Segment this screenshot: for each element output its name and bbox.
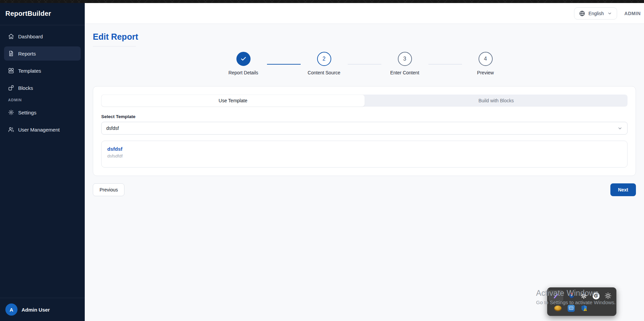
sidebar-item-label: User Management	[18, 127, 60, 133]
blocks-icon	[8, 85, 14, 91]
step-label: Preview	[477, 70, 494, 75]
sidebar-user-panel[interactable]: A Admin User	[0, 298, 85, 321]
app-logo: ReportBuilder	[0, 3, 85, 25]
step-indicator: 4	[479, 52, 493, 66]
grammarly-letter: G	[593, 292, 600, 299]
system-tray-flyout: G	[547, 287, 616, 316]
tab-build-with-blocks[interactable]: Build with Blocks	[365, 95, 628, 107]
main-area: English ADMIN Edit Report Report Deta	[85, 3, 644, 321]
topbar: English ADMIN	[85, 3, 644, 24]
tray-icon-hover-highlight	[548, 290, 563, 301]
template-description: dsfsdfdf	[107, 153, 621, 158]
home-icon	[8, 33, 14, 39]
layout-icon	[8, 68, 14, 74]
document-icon	[8, 50, 14, 57]
tab-use-template[interactable]: Use Template	[101, 95, 365, 107]
graphics-app-icon[interactable]	[567, 305, 575, 312]
content-source-card: Use Template Build with Blocks Select Te…	[93, 86, 636, 176]
previous-button[interactable]: Previous	[93, 183, 124, 196]
sidebar-item-user-management[interactable]: User Management	[4, 122, 81, 137]
step-connector	[428, 64, 462, 65]
sidebar-item-label: Settings	[18, 110, 36, 115]
source-tabs: Use Template Build with Blocks	[101, 95, 628, 107]
template-name: dsfdsf	[107, 146, 621, 152]
sidebar-nav: Dashboard Reports Templates Blocks	[0, 25, 85, 144]
language-selector[interactable]: English	[574, 7, 617, 20]
sidebar: ReportBuilder Dashboard Reports Template…	[0, 3, 85, 321]
step-report-details[interactable]: Report Details	[220, 52, 267, 75]
globe-icon	[579, 10, 585, 16]
tray-row	[548, 302, 612, 314]
language-value: English	[589, 11, 604, 16]
content: Edit Report Report Details 2 Content Sou…	[85, 24, 644, 204]
template-select-value: dsfdsf	[106, 126, 119, 131]
step-label: Content Source	[308, 70, 340, 75]
sidebar-item-reports[interactable]: Reports	[4, 46, 81, 61]
gear-icon	[8, 109, 14, 115]
template-select[interactable]: dsfdsf	[101, 122, 628, 135]
step-label: Report Details	[228, 70, 258, 75]
sparkle-icon[interactable]	[580, 292, 588, 299]
sidebar-section-admin: ADMIN	[8, 98, 81, 102]
page-title: Edit Report	[93, 32, 636, 42]
sidebar-item-templates[interactable]: Templates	[4, 64, 81, 78]
sidebar-item-blocks[interactable]: Blocks	[4, 81, 81, 95]
step-preview[interactable]: 4 Preview	[462, 52, 509, 75]
step-label: Enter Content	[390, 70, 419, 75]
brightness-icon[interactable]	[604, 292, 612, 299]
report-builder-app: ReportBuilder Dashboard Reports Template…	[0, 3, 644, 321]
step-connector	[267, 64, 301, 65]
gold-disc-icon[interactable]	[554, 305, 562, 312]
sidebar-item-label: Reports	[18, 51, 36, 57]
grammarly-icon[interactable]: G	[592, 292, 600, 299]
title-divider	[93, 46, 136, 46]
sidebar-item-label: Templates	[18, 68, 41, 74]
step-indicator: 3	[398, 52, 412, 66]
template-option-card[interactable]: dsfdsf dsfsdfdf	[101, 141, 628, 168]
wizard-actions: Previous Next	[93, 183, 636, 196]
select-template-label: Select Template	[101, 114, 628, 119]
users-icon	[8, 127, 14, 133]
step-indicator: 2	[317, 52, 331, 66]
blue-app-icon[interactable]	[568, 292, 575, 299]
step-connector	[348, 64, 381, 65]
role-badge: ADMIN	[624, 11, 641, 16]
sidebar-item-settings[interactable]: Settings	[4, 105, 81, 119]
sidebar-item-dashboard[interactable]: Dashboard	[4, 29, 81, 43]
sidebar-item-label: Blocks	[18, 85, 33, 91]
chevron-down-icon	[617, 126, 622, 131]
next-button[interactable]: Next	[610, 183, 636, 196]
pen-icon[interactable]	[552, 292, 560, 299]
step-content-source[interactable]: 2 Content Source	[301, 52, 348, 75]
step-indicator	[236, 52, 251, 66]
tray-row: G	[548, 289, 612, 302]
check-icon	[240, 56, 247, 62]
chevron-down-icon	[607, 11, 612, 16]
desktop-background-strip	[0, 0, 644, 3]
avatar: A	[5, 304, 17, 316]
sidebar-item-label: Dashboard	[18, 34, 43, 39]
user-name: Admin User	[22, 307, 50, 313]
security-shield-warning-icon[interactable]	[580, 305, 588, 312]
step-enter-content[interactable]: 3 Enter Content	[381, 52, 428, 75]
wizard-stepper: Report Details 2 Content Source 3 Enter …	[93, 52, 636, 75]
